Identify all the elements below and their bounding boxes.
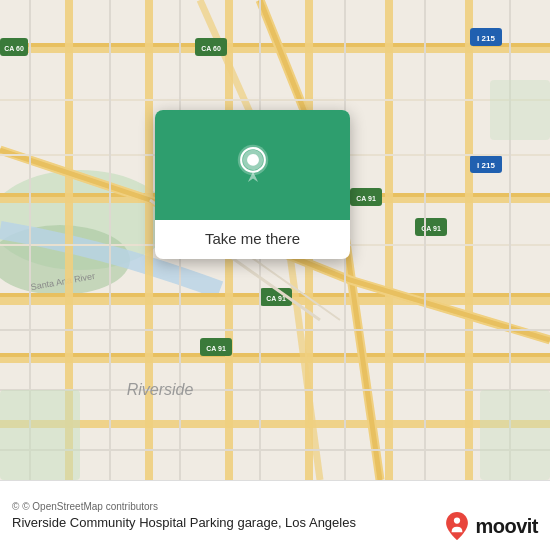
bottom-bar: © © OpenStreetMap contributors Riverside… bbox=[0, 480, 550, 550]
svg-rect-17 bbox=[465, 0, 473, 480]
copyright-line: © © OpenStreetMap contributors bbox=[12, 501, 538, 512]
svg-text:CA 60: CA 60 bbox=[201, 45, 221, 52]
svg-point-56 bbox=[247, 154, 259, 166]
moovit-text: moovit bbox=[475, 515, 538, 538]
svg-text:CA 91: CA 91 bbox=[206, 345, 226, 352]
city-label: Riverside bbox=[127, 381, 194, 398]
location-pin-icon bbox=[231, 143, 275, 187]
svg-rect-51 bbox=[490, 80, 550, 140]
svg-rect-16 bbox=[385, 0, 393, 480]
moovit-logo: moovit bbox=[443, 512, 538, 540]
svg-rect-49 bbox=[0, 390, 80, 480]
svg-text:CA 91: CA 91 bbox=[356, 195, 376, 202]
popup-card[interactable]: Take me there bbox=[155, 110, 350, 259]
svg-text:I 215: I 215 bbox=[477, 34, 495, 43]
take-me-there-button[interactable]: Take me there bbox=[155, 220, 350, 259]
svg-rect-50 bbox=[480, 390, 550, 480]
svg-text:CA 60: CA 60 bbox=[4, 45, 24, 52]
svg-text:CA 91: CA 91 bbox=[266, 295, 286, 302]
moovit-pin-icon bbox=[443, 512, 471, 540]
popup-header bbox=[155, 110, 350, 220]
copyright-icon: © bbox=[12, 501, 19, 512]
svg-rect-13 bbox=[145, 0, 153, 480]
svg-point-58 bbox=[454, 517, 460, 523]
copyright-text: © OpenStreetMap contributors bbox=[22, 501, 158, 512]
svg-text:I 215: I 215 bbox=[477, 161, 495, 170]
